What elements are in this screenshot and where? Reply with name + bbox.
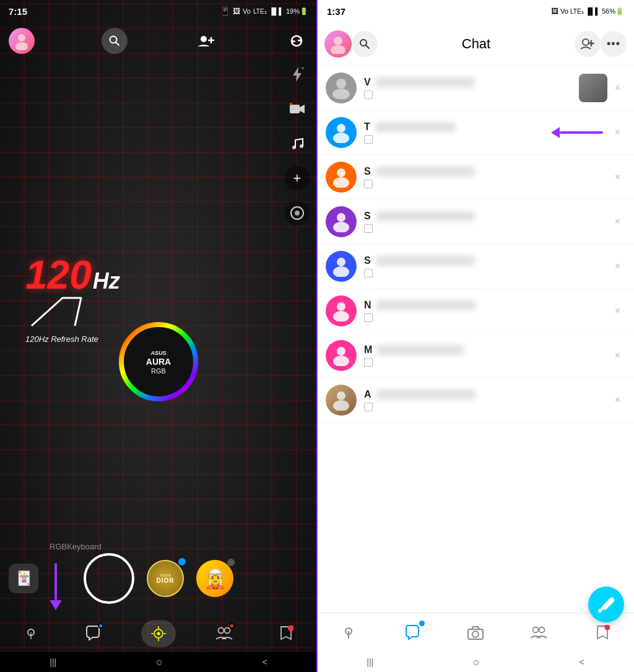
avatar-lens[interactable]: 🧝 (196, 560, 233, 597)
svg-point-10 (290, 103, 292, 105)
camera-toolbar: + (285, 62, 310, 225)
chat-name-blurred-s2 (376, 211, 475, 221)
refresh-button-left[interactable] (285, 29, 308, 53)
chat-item-v[interactable]: V × (317, 66, 634, 110)
compose-fab-button[interactable] (588, 587, 624, 622)
chat-checkbox-s2[interactable] (364, 224, 373, 233)
dior-lens-icon: TASTE DIOR (147, 560, 184, 597)
chat-checkbox-m[interactable] (364, 358, 373, 367)
chat-close-s2[interactable]: × (610, 211, 625, 232)
plus-button[interactable]: + (285, 166, 310, 191)
memories-button[interactable]: 🃏 (9, 564, 38, 593)
avatar-lens-icon: 🧝 (196, 560, 233, 597)
music-button[interactable] (285, 131, 310, 156)
chat-name-initial-a: A (364, 389, 371, 400)
friends-notification-dot (229, 623, 235, 629)
chat-close-n[interactable]: × (610, 300, 625, 321)
svg-point-41 (333, 222, 349, 232)
stories-icon-left (279, 626, 293, 642)
home-button-right[interactable]: ○ (473, 656, 480, 669)
hz-shape (25, 295, 100, 332)
chat-close-m[interactable]: × (610, 345, 625, 366)
hz-subtitle: 120Hz Refresh Rate (25, 334, 120, 344)
svg-rect-8 (290, 105, 300, 113)
nav-chat-button-left[interactable] (79, 620, 106, 647)
svg-point-55 (539, 627, 545, 632)
recent-apps-left[interactable]: ||| (50, 657, 56, 667)
nav-map-button-left[interactable] (17, 620, 45, 647)
lens-button[interactable] (285, 201, 310, 225)
flash-button[interactable] (285, 62, 310, 87)
wifi-signal-left: ▐▌▌ (269, 7, 284, 15)
chat-checkbox-n[interactable] (364, 313, 373, 322)
header-avatar-right[interactable] (324, 30, 352, 58)
plus-icon: + (293, 170, 302, 186)
chat-close-s3[interactable]: × (610, 256, 625, 277)
back-button-right[interactable]: < (579, 657, 584, 667)
chat-item-s1[interactable]: S × (317, 155, 634, 199)
chat-close-a[interactable]: × (610, 390, 625, 411)
chat-item-a[interactable]: A × (317, 378, 634, 422)
back-button-left[interactable]: < (262, 657, 267, 667)
shutter-button[interactable] (84, 553, 134, 604)
dior-notification-dot (178, 558, 186, 565)
person-silhouette-n (332, 300, 350, 321)
nav-camera-button-right[interactable] (460, 617, 491, 648)
chat-item-s2[interactable]: S × (317, 199, 634, 244)
chat-info-n: N (364, 300, 610, 322)
bottom-nav-right (317, 613, 634, 652)
hz-display: 120 Hz 120Hz Refresh Rate (25, 255, 120, 344)
chat-item-s3[interactable]: S × (317, 244, 634, 289)
chat-item-t[interactable]: T × (317, 110, 634, 155)
chat-checkbox-t[interactable] (364, 135, 373, 144)
nav-stories-button-left[interactable] (272, 620, 300, 647)
svg-point-38 (337, 168, 345, 177)
user-avatar-left[interactable] (9, 28, 35, 54)
svg-point-36 (337, 124, 345, 133)
dior-lens[interactable]: TASTE DIOR (147, 560, 184, 597)
avatar-lens-dot (227, 559, 235, 566)
add-friend-button-left[interactable] (194, 29, 218, 53)
nav-friends-button-left[interactable] (211, 620, 238, 647)
nav-friends-button-right[interactable] (523, 617, 554, 648)
nav-chat-button-right[interactable] (397, 617, 428, 648)
search-button-left[interactable] (102, 28, 128, 54)
chat-close-v[interactable]: × (610, 77, 625, 98)
chat-item-n[interactable]: N × (317, 289, 634, 333)
status-icons-left: 📱 🖼 Vo LTE₁ ▐▌▌ 19%🔋 (220, 6, 308, 16)
svg-point-24 (225, 628, 230, 634)
svg-point-37 (333, 133, 349, 143)
chat-info-s3: S (364, 255, 610, 277)
nav-map-button-right[interactable] (333, 617, 364, 648)
svg-point-34 (336, 79, 346, 89)
chat-name-initial-t: T (364, 121, 370, 133)
recent-apps-right[interactable]: ||| (367, 657, 373, 667)
add-friend-button-right[interactable] (575, 31, 601, 57)
chat-search-button[interactable] (352, 31, 378, 57)
svg-point-48 (337, 391, 345, 400)
shutter-ring (84, 553, 134, 604)
chat-checkbox-s1[interactable] (364, 180, 373, 188)
svg-text:RGB: RGB (151, 367, 166, 375)
video-icon (289, 102, 305, 116)
map-icon-left (23, 626, 39, 642)
home-button-left[interactable]: ○ (156, 656, 163, 669)
chat-avatar-m (326, 340, 357, 371)
more-options-button[interactable]: ••• (601, 31, 627, 57)
svg-point-53 (472, 631, 479, 637)
nav-spotlight-button[interactable]: ★ (141, 620, 176, 647)
video-button[interactable] (285, 97, 310, 121)
purple-down-arrow (50, 563, 62, 610)
chat-checkbox-s3[interactable] (364, 269, 373, 277)
svg-point-31 (583, 39, 589, 45)
chat-name-blurred-v (376, 77, 475, 87)
chat-close-t[interactable]: × (610, 122, 625, 143)
chat-checkbox-a[interactable] (364, 403, 373, 411)
top-nav-left (0, 22, 317, 59)
chat-name-initial-s3: S (364, 255, 371, 266)
chat-close-s1[interactable]: × (610, 167, 625, 188)
chat-item-m[interactable]: M × (317, 333, 634, 378)
refresh-icon (288, 32, 305, 50)
svg-point-46 (337, 347, 345, 356)
chat-checkbox-v[interactable] (364, 90, 373, 99)
